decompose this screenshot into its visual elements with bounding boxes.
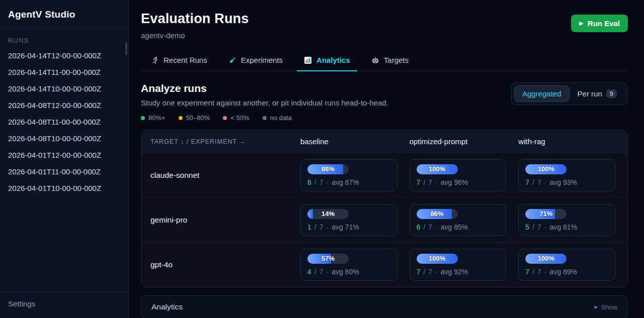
avg-score: avg 92%	[441, 268, 468, 276]
sidebar-spacer	[0, 196, 128, 292]
legend-item-nodata: no data	[263, 114, 292, 122]
view-toggle: Aggregated Per run 9	[511, 82, 628, 105]
result-cell[interactable]: 100% 7 / 7 · avg 96%	[410, 159, 507, 191]
sidebar-run-item[interactable]: 2026-04-08T12-00-00-000Z	[0, 97, 128, 114]
passed-count: 7	[525, 268, 529, 276]
sidebar-run-item[interactable]: 2026-04-08T10-00-00-000Z	[0, 130, 128, 147]
show-panel-button[interactable]: ▶ Show	[595, 303, 617, 311]
slash: /	[314, 223, 316, 231]
panel-title: Analytics	[151, 302, 183, 311]
slash: /	[423, 268, 425, 276]
result-cell[interactable]: 100% 7 / 7 · avg 93%	[518, 159, 615, 191]
show-label: Show	[601, 303, 617, 311]
app-title: AgentV Studio	[0, 0, 128, 29]
tab-analytics[interactable]: Analytics	[297, 51, 357, 71]
legend-label: 50–80%	[186, 114, 210, 122]
sidebar-run-item[interactable]: 2026-04-08T11-00-00-000Z	[0, 114, 128, 130]
chevron-right-icon: ▶	[595, 304, 598, 309]
dot-separator: ·	[435, 268, 438, 276]
avg-score: avg 80%	[332, 268, 359, 276]
passed-count: 4	[307, 268, 311, 276]
bar-chart-icon	[304, 56, 312, 64]
pass-rate-label: 100%	[417, 164, 458, 174]
passed-count: 6	[307, 178, 311, 186]
total-count: 7	[319, 268, 324, 276]
avg-score: avg 87%	[332, 178, 359, 186]
pass-rate-label: 100%	[417, 254, 458, 264]
total-count: 7	[537, 178, 541, 186]
pass-rate-label: 100%	[525, 254, 567, 264]
test-tube-icon	[228, 56, 236, 64]
sidebar-run-item[interactable]: 2026-04-14T10-00-00-000Z	[0, 80, 128, 97]
tab-label: Experiments	[241, 56, 283, 64]
sidebar-run-item[interactable]: 2026-04-01T11-00-00-000Z	[0, 163, 128, 180]
slash: /	[532, 178, 534, 186]
matrix-header-row: TARGET ↓ / EXPERIMENT → baseline optimiz…	[141, 130, 627, 153]
play-icon: ▶	[579, 20, 583, 27]
cell-stats: 4 / 7 · avg 80%	[307, 268, 390, 276]
result-cell[interactable]: 86% 6 / 7 · avg 85%	[410, 204, 507, 236]
pass-rate-label: 86%	[307, 164, 349, 174]
legend-label: no data	[270, 114, 292, 122]
tab-recent-runs[interactable]: Recent Runs	[144, 51, 214, 71]
runner-icon	[151, 56, 159, 64]
cell-stats: 7 / 7 · avg 92%	[417, 268, 500, 276]
aggregated-label: Aggregated	[522, 89, 561, 98]
dot-separator: ·	[435, 178, 438, 186]
result-cell[interactable]: 100% 7 / 7 · avg 89%	[518, 249, 615, 281]
pass-rate-label: 86%	[417, 209, 458, 219]
cell-stats: 6 / 7 · avg 85%	[417, 223, 500, 231]
passed-count: 7	[417, 268, 421, 276]
column-header-baseline: baseline	[300, 130, 410, 153]
sidebar-run-item[interactable]: 2026-04-01T10-00-00-000Z	[0, 180, 128, 196]
dot-separator: ·	[544, 268, 547, 276]
result-cell[interactable]: 86% 6 / 7 · avg 87%	[300, 159, 397, 191]
table-row: gpt-4o 57% 4 / 7 · avg 80% 100%	[141, 242, 627, 287]
page-title: Evaluation Runs	[141, 11, 249, 27]
legend-item-low: < 50%	[223, 114, 249, 122]
avg-score: avg 89%	[549, 268, 577, 276]
total-count: 7	[537, 223, 541, 231]
sidebar: AgentV Studio RUNS 2026-04-14T12-00-00-0…	[0, 0, 129, 318]
results-matrix: TARGET ↓ / EXPERIMENT → baseline optimiz…	[141, 130, 628, 287]
column-header-with-rag: with-rag	[518, 130, 627, 153]
settings-link[interactable]: Settings	[0, 292, 128, 318]
tab-targets[interactable]: Targets	[364, 51, 416, 71]
pass-rate-label: 100%	[525, 164, 567, 174]
sidebar-scrollbar-thumb[interactable]	[125, 42, 127, 55]
legend-item-high: 80%+	[141, 114, 166, 122]
gray-dot-icon	[263, 116, 267, 120]
run-eval-label: Run Eval	[588, 19, 620, 28]
sidebar-run-item[interactable]: 2026-04-14T12-00-00-000Z	[0, 47, 128, 64]
tab-label: Targets	[384, 56, 409, 64]
yellow-dot-icon	[179, 116, 183, 120]
avg-score: avg 85%	[441, 223, 468, 231]
sidebar-run-item[interactable]: 2026-04-01T12-00-00-000Z	[0, 147, 128, 163]
result-cell[interactable]: 14% 1 / 7 · avg 71%	[300, 204, 397, 236]
aggregated-toggle-button[interactable]: Aggregated	[514, 85, 570, 102]
result-cell[interactable]: 57% 4 / 7 · avg 80%	[300, 249, 397, 281]
cell-stats: 1 / 7 · avg 71%	[307, 223, 390, 231]
tab-label: Recent Runs	[164, 56, 207, 64]
per-run-label: Per run	[578, 89, 602, 98]
pass-rate-bar: 57%	[307, 254, 349, 264]
sidebar-run-item[interactable]: 2026-04-14T11-00-00-000Z	[0, 64, 128, 80]
dot-separator: ·	[326, 223, 329, 231]
total-count: 7	[428, 268, 432, 276]
slash: /	[423, 178, 425, 186]
avg-score: avg 71%	[332, 223, 359, 231]
run-eval-button[interactable]: ▶ Run Eval	[571, 15, 628, 32]
tab-bar: Recent Runs Experiments Analytics Target…	[141, 51, 628, 71]
pass-rate-bar: 86%	[307, 164, 349, 174]
tab-experiments[interactable]: Experiments	[221, 51, 290, 71]
passed-count: 6	[417, 223, 421, 231]
result-cell[interactable]: 71% 5 / 7 · avg 81%	[518, 204, 615, 236]
pass-rate-label: 57%	[307, 254, 349, 264]
score-legend: 80%+ 50–80% < 50% no data	[141, 114, 388, 122]
result-cell[interactable]: 100% 7 / 7 · avg 92%	[410, 249, 507, 281]
per-run-toggle-button[interactable]: Per run 9	[570, 85, 625, 102]
avg-score: avg 96%	[441, 178, 468, 186]
pass-rate-bar: 100%	[417, 164, 458, 174]
total-count: 7	[319, 223, 324, 231]
slash: /	[532, 223, 534, 231]
